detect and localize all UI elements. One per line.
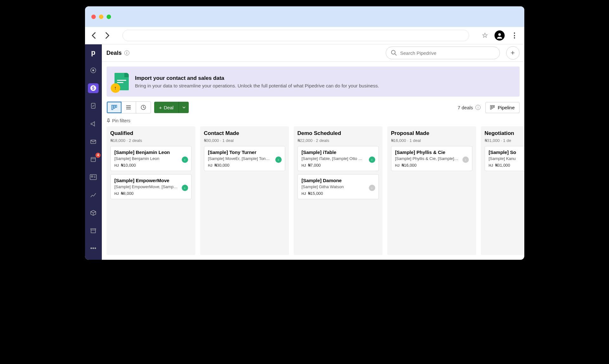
- deal-card[interactable]: [Sample] iTable [Sample] iTable, [Sample…: [298, 146, 379, 171]
- card-title: [Sample] So: [489, 150, 524, 155]
- pin-filters[interactable]: Pin filters: [102, 118, 524, 126]
- info-icon[interactable]: i: [124, 50, 129, 55]
- svg-point-10: [91, 176, 93, 177]
- deal-card[interactable]: [Sample] Tony Turner [Sample] MoveEr, [S…: [204, 146, 285, 171]
- card-value: HJ ₦15,000: [302, 191, 375, 196]
- forecast-view-button[interactable]: [136, 102, 151, 113]
- svg-text:$: $: [92, 86, 95, 91]
- activities-badge: 4: [95, 153, 101, 158]
- card-status-icon: ›: [369, 185, 375, 191]
- pipeline-view-button[interactable]: [107, 102, 121, 113]
- card-status-icon: ›: [462, 156, 469, 163]
- deals-count: 7 deals i: [458, 105, 481, 110]
- import-banner: ↑ Import your contact and sales data Bri…: [107, 67, 520, 97]
- browser-actions: ☆ ⋮: [482, 30, 518, 41]
- sidebar-item-activities[interactable]: 4: [88, 155, 99, 164]
- kanban-column: Negotiation ₦31,000 · 1 de [Sample] So […: [481, 126, 524, 255]
- pipeline-selector-label: Pipeline: [498, 105, 514, 110]
- clipboard-icon: [90, 103, 96, 109]
- sidebar-item-deals[interactable]: $: [88, 83, 99, 93]
- card-value: HJ ₦31,000: [489, 163, 524, 168]
- topbar: Deals i +: [102, 44, 524, 62]
- deal-card[interactable]: [Sample] Benjamin Leon [Sample] Benjamin…: [110, 146, 192, 171]
- owner-badge: HJ: [302, 163, 306, 167]
- card-subtitle: [Sample] EmpowerMove, [Sample] Gi...: [115, 184, 187, 189]
- list-icon: [126, 105, 131, 110]
- sidebar-item-mail[interactable]: [88, 137, 99, 146]
- pipeline-selector-icon: [490, 105, 495, 110]
- svg-rect-22: [490, 105, 491, 109]
- box-icon: [90, 210, 96, 216]
- kanban-board[interactable]: Qualified ₦18,000 · 2 deals [Sample] Ben…: [102, 126, 524, 260]
- pin-icon: [107, 118, 110, 123]
- more-menu-icon[interactable]: ⋮: [511, 31, 518, 40]
- add-deal-button[interactable]: + Deal: [154, 102, 179, 113]
- minimize-window-button[interactable]: [99, 15, 103, 19]
- svg-point-0: [498, 33, 501, 36]
- search-box[interactable]: [386, 47, 500, 59]
- deal-dropdown-button[interactable]: [179, 102, 189, 113]
- sidebar-more-button[interactable]: •••: [88, 244, 99, 253]
- svg-point-2: [92, 69, 94, 71]
- nav-arrows: [91, 32, 110, 39]
- add-button[interactable]: +: [506, 46, 520, 60]
- card-subtitle: [Sample] Kanu: [489, 156, 524, 161]
- search-input[interactable]: [400, 50, 495, 56]
- card-status-icon: ›: [275, 156, 282, 163]
- owner-badge: HJ: [489, 163, 493, 167]
- column-header: Qualified ₦18,000 · 2 deals: [110, 130, 192, 143]
- forward-button[interactable]: [105, 32, 110, 39]
- owner-badge: HJ: [115, 192, 119, 195]
- sidebar-item-products[interactable]: [88, 208, 99, 218]
- kanban-toolbar: + Deal 7 deals i Pipeline: [102, 101, 524, 118]
- card-value: HJ ₦30,000: [208, 163, 281, 168]
- sidebar-logo[interactable]: p: [88, 48, 99, 57]
- deal-card[interactable]: [Sample] Phyllis & Cie [Sample] Phyllis …: [391, 146, 472, 171]
- column-header: Demo Scheduled ₦22,000 · 2 deals: [298, 130, 379, 143]
- svg-rect-15: [112, 105, 113, 110]
- kanban-column: Contact Made ₦30,000 · 1 deal [Sample] T…: [200, 126, 289, 255]
- column-header: Contact Made ₦30,000 · 1 deal: [204, 130, 285, 143]
- banner-subtitle: Bring in your data to streamline your op…: [135, 83, 379, 88]
- maximize-window-button[interactable]: [107, 15, 111, 19]
- sidebar-item-leads[interactable]: [88, 65, 99, 75]
- deal-card[interactable]: [Sample] So [Sample] Kanu HJ ₦31,000: [485, 146, 524, 171]
- column-meta: ₦31,000 · 1 de: [485, 138, 524, 143]
- kanban-column: Qualified ₦18,000 · 2 deals [Sample] Ben…: [107, 126, 195, 255]
- list-view-button[interactable]: [121, 102, 136, 113]
- sidebar-item-campaigns[interactable]: [88, 119, 99, 129]
- store-icon: [90, 227, 96, 234]
- deal-button-group: + Deal: [154, 102, 189, 113]
- pipeline-selector[interactable]: Pipeline: [485, 102, 519, 113]
- column-title: Demo Scheduled: [298, 130, 379, 137]
- deals-info-icon[interactable]: i: [475, 105, 481, 110]
- card-value: HJ ₦16,000: [395, 163, 468, 168]
- column-title: Negotiation: [485, 130, 524, 137]
- deal-card[interactable]: [Sample] EmpowerMove [Sample] EmpowerMov…: [110, 174, 192, 199]
- svg-rect-9: [90, 175, 96, 180]
- deals-count-text: 7 deals: [458, 105, 473, 110]
- column-meta: ₦16,000 · 1 deal: [391, 138, 472, 143]
- sidebar-item-insights[interactable]: [88, 190, 99, 200]
- sidebar-item-contacts[interactable]: [88, 172, 99, 182]
- bookmark-icon[interactable]: ☆: [482, 31, 488, 40]
- close-window-button[interactable]: [91, 15, 96, 19]
- column-meta: ₦18,000 · 2 deals: [110, 138, 192, 143]
- app-body: p $ 4: [85, 44, 524, 260]
- profile-icon[interactable]: [494, 30, 505, 41]
- deal-card[interactable]: [Sample] Damone [Sample] Githa Watson HJ…: [298, 174, 379, 199]
- sidebar-item-projects[interactable]: [88, 101, 99, 111]
- traffic-lights: [91, 15, 111, 19]
- card-title: [Sample] Phyllis & Cie: [395, 150, 468, 155]
- deal-button-label: Deal: [164, 105, 174, 110]
- url-bar[interactable]: [122, 30, 469, 41]
- card-value: HJ ₦8,000: [115, 191, 187, 196]
- banner-text: Import your contact and sales data Bring…: [135, 75, 379, 88]
- card-subtitle: [Sample] Benjamin Leon: [115, 156, 187, 161]
- back-button[interactable]: [91, 32, 96, 39]
- sidebar-item-marketplace[interactable]: [88, 226, 99, 236]
- card-amount: ₦15,000: [308, 191, 323, 196]
- kanban-column: Demo Scheduled ₦22,000 · 2 deals [Sample…: [294, 126, 383, 255]
- chevron-down-icon: [182, 106, 186, 108]
- card-amount: ₦10,000: [121, 163, 136, 168]
